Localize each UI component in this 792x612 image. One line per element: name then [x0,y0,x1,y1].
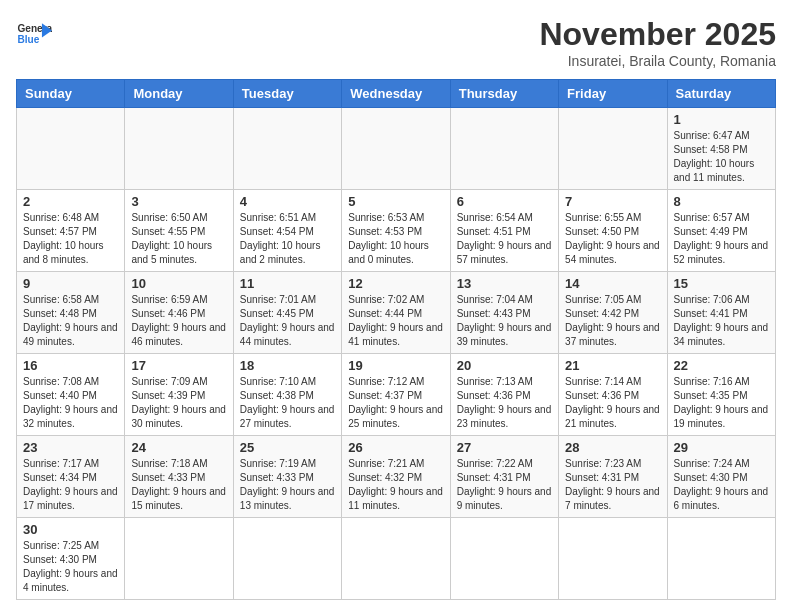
day-info: Sunrise: 7:05 AM Sunset: 4:42 PM Dayligh… [565,294,660,347]
day-info: Sunrise: 6:58 AM Sunset: 4:48 PM Dayligh… [23,294,118,347]
day-number: 5 [348,194,443,209]
column-header-thursday: Thursday [450,80,558,108]
day-number: 18 [240,358,335,373]
day-info: Sunrise: 7:16 AM Sunset: 4:35 PM Dayligh… [674,376,769,429]
calendar-week-row: 1Sunrise: 6:47 AM Sunset: 4:58 PM Daylig… [17,108,776,190]
calendar-cell: 24Sunrise: 7:18 AM Sunset: 4:33 PM Dayli… [125,436,233,518]
calendar-cell: 6Sunrise: 6:54 AM Sunset: 4:51 PM Daylig… [450,190,558,272]
calendar-cell: 21Sunrise: 7:14 AM Sunset: 4:36 PM Dayli… [559,354,667,436]
column-header-monday: Monday [125,80,233,108]
calendar-week-row: 9Sunrise: 6:58 AM Sunset: 4:48 PM Daylig… [17,272,776,354]
title-block: November 2025 Insuratei, Braila County, … [539,16,776,69]
day-info: Sunrise: 7:22 AM Sunset: 4:31 PM Dayligh… [457,458,552,511]
day-number: 23 [23,440,118,455]
day-info: Sunrise: 7:14 AM Sunset: 4:36 PM Dayligh… [565,376,660,429]
calendar-cell: 19Sunrise: 7:12 AM Sunset: 4:37 PM Dayli… [342,354,450,436]
subtitle: Insuratei, Braila County, Romania [539,53,776,69]
calendar-cell: 26Sunrise: 7:21 AM Sunset: 4:32 PM Dayli… [342,436,450,518]
day-number: 28 [565,440,660,455]
day-number: 26 [348,440,443,455]
calendar-cell [125,518,233,600]
day-number: 11 [240,276,335,291]
day-info: Sunrise: 6:54 AM Sunset: 4:51 PM Dayligh… [457,212,552,265]
day-info: Sunrise: 6:53 AM Sunset: 4:53 PM Dayligh… [348,212,429,265]
calendar-cell [559,518,667,600]
day-info: Sunrise: 7:13 AM Sunset: 4:36 PM Dayligh… [457,376,552,429]
day-info: Sunrise: 6:50 AM Sunset: 4:55 PM Dayligh… [131,212,212,265]
day-info: Sunrise: 6:57 AM Sunset: 4:49 PM Dayligh… [674,212,769,265]
calendar-cell: 7Sunrise: 6:55 AM Sunset: 4:50 PM Daylig… [559,190,667,272]
calendar-cell [450,108,558,190]
day-info: Sunrise: 7:08 AM Sunset: 4:40 PM Dayligh… [23,376,118,429]
day-info: Sunrise: 7:09 AM Sunset: 4:39 PM Dayligh… [131,376,226,429]
calendar-cell: 28Sunrise: 7:23 AM Sunset: 4:31 PM Dayli… [559,436,667,518]
calendar-cell [342,518,450,600]
calendar-cell: 16Sunrise: 7:08 AM Sunset: 4:40 PM Dayli… [17,354,125,436]
page-header: General Blue November 2025 Insuratei, Br… [16,16,776,69]
day-number: 2 [23,194,118,209]
calendar-week-row: 16Sunrise: 7:08 AM Sunset: 4:40 PM Dayli… [17,354,776,436]
day-number: 29 [674,440,769,455]
calendar-cell: 29Sunrise: 7:24 AM Sunset: 4:30 PM Dayli… [667,436,775,518]
day-number: 16 [23,358,118,373]
day-info: Sunrise: 7:24 AM Sunset: 4:30 PM Dayligh… [674,458,769,511]
day-number: 25 [240,440,335,455]
calendar-cell: 22Sunrise: 7:16 AM Sunset: 4:35 PM Dayli… [667,354,775,436]
month-title: November 2025 [539,16,776,53]
day-number: 30 [23,522,118,537]
calendar-week-row: 23Sunrise: 7:17 AM Sunset: 4:34 PM Dayli… [17,436,776,518]
day-info: Sunrise: 7:18 AM Sunset: 4:33 PM Dayligh… [131,458,226,511]
logo: General Blue [16,16,52,52]
day-info: Sunrise: 6:59 AM Sunset: 4:46 PM Dayligh… [131,294,226,347]
calendar-cell: 13Sunrise: 7:04 AM Sunset: 4:43 PM Dayli… [450,272,558,354]
column-header-wednesday: Wednesday [342,80,450,108]
day-info: Sunrise: 6:48 AM Sunset: 4:57 PM Dayligh… [23,212,104,265]
day-info: Sunrise: 7:01 AM Sunset: 4:45 PM Dayligh… [240,294,335,347]
calendar-cell [450,518,558,600]
calendar-cell: 9Sunrise: 6:58 AM Sunset: 4:48 PM Daylig… [17,272,125,354]
day-number: 1 [674,112,769,127]
column-header-sunday: Sunday [17,80,125,108]
day-number: 9 [23,276,118,291]
day-info: Sunrise: 6:55 AM Sunset: 4:50 PM Dayligh… [565,212,660,265]
calendar-cell [233,518,341,600]
calendar-cell: 20Sunrise: 7:13 AM Sunset: 4:36 PM Dayli… [450,354,558,436]
day-number: 6 [457,194,552,209]
calendar-cell: 14Sunrise: 7:05 AM Sunset: 4:42 PM Dayli… [559,272,667,354]
column-header-friday: Friday [559,80,667,108]
day-number: 14 [565,276,660,291]
calendar-header-row: SundayMondayTuesdayWednesdayThursdayFrid… [17,80,776,108]
day-info: Sunrise: 6:47 AM Sunset: 4:58 PM Dayligh… [674,130,755,183]
calendar-cell: 8Sunrise: 6:57 AM Sunset: 4:49 PM Daylig… [667,190,775,272]
calendar-cell: 23Sunrise: 7:17 AM Sunset: 4:34 PM Dayli… [17,436,125,518]
day-info: Sunrise: 7:10 AM Sunset: 4:38 PM Dayligh… [240,376,335,429]
calendar-cell [667,518,775,600]
calendar-cell: 12Sunrise: 7:02 AM Sunset: 4:44 PM Dayli… [342,272,450,354]
day-info: Sunrise: 7:06 AM Sunset: 4:41 PM Dayligh… [674,294,769,347]
calendar-cell: 25Sunrise: 7:19 AM Sunset: 4:33 PM Dayli… [233,436,341,518]
day-number: 15 [674,276,769,291]
day-number: 12 [348,276,443,291]
day-info: Sunrise: 7:04 AM Sunset: 4:43 PM Dayligh… [457,294,552,347]
calendar-cell: 27Sunrise: 7:22 AM Sunset: 4:31 PM Dayli… [450,436,558,518]
calendar-cell [233,108,341,190]
logo-icon: General Blue [16,16,52,52]
day-info: Sunrise: 7:25 AM Sunset: 4:30 PM Dayligh… [23,540,118,593]
day-info: Sunrise: 7:19 AM Sunset: 4:33 PM Dayligh… [240,458,335,511]
calendar-cell [125,108,233,190]
calendar-cell: 15Sunrise: 7:06 AM Sunset: 4:41 PM Dayli… [667,272,775,354]
calendar-cell [17,108,125,190]
day-info: Sunrise: 6:51 AM Sunset: 4:54 PM Dayligh… [240,212,321,265]
calendar-cell: 1Sunrise: 6:47 AM Sunset: 4:58 PM Daylig… [667,108,775,190]
day-info: Sunrise: 7:12 AM Sunset: 4:37 PM Dayligh… [348,376,443,429]
calendar-cell: 2Sunrise: 6:48 AM Sunset: 4:57 PM Daylig… [17,190,125,272]
calendar-cell: 3Sunrise: 6:50 AM Sunset: 4:55 PM Daylig… [125,190,233,272]
day-number: 7 [565,194,660,209]
column-header-saturday: Saturday [667,80,775,108]
calendar-cell: 10Sunrise: 6:59 AM Sunset: 4:46 PM Dayli… [125,272,233,354]
calendar-cell [559,108,667,190]
calendar-cell: 30Sunrise: 7:25 AM Sunset: 4:30 PM Dayli… [17,518,125,600]
column-header-tuesday: Tuesday [233,80,341,108]
calendar-cell: 17Sunrise: 7:09 AM Sunset: 4:39 PM Dayli… [125,354,233,436]
calendar-cell: 5Sunrise: 6:53 AM Sunset: 4:53 PM Daylig… [342,190,450,272]
